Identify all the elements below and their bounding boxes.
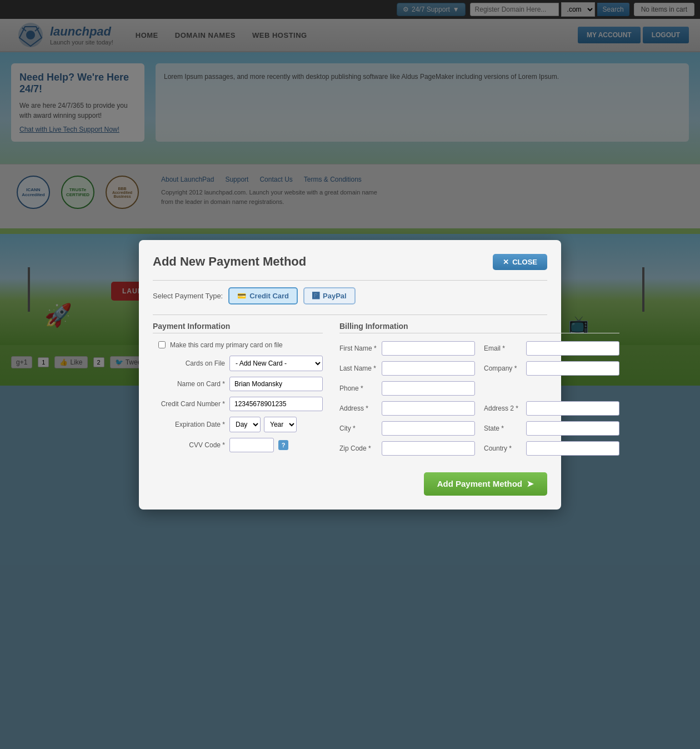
phone-label: Phone *	[339, 385, 378, 392]
arrow-right-icon: ➤	[527, 479, 534, 489]
cvv-row: CVV Code * ?	[153, 438, 323, 452]
country-label: Country *	[484, 445, 523, 452]
primary-card-label: Make this card my primary card on file	[170, 341, 283, 349]
cards-on-file-label: Cards on File	[153, 359, 225, 367]
email-group: Email *	[484, 341, 619, 356]
expiration-year-select[interactable]: Year	[264, 417, 297, 432]
zip-country-row: Zip Code * Country *	[339, 441, 619, 456]
payment-info-title: Payment Information	[153, 322, 323, 333]
city-state-row: City * State *	[339, 421, 619, 436]
paypal-icon: 🅿	[312, 292, 319, 300]
divider-2	[153, 314, 547, 315]
expiration-selects: Day Year	[229, 417, 297, 432]
state-group: State *	[484, 421, 619, 436]
state-label: State *	[484, 425, 523, 432]
address-label: Address *	[339, 405, 378, 412]
last-name-group: Last Name *	[339, 361, 475, 376]
zip-group: Zip Code *	[339, 441, 475, 456]
submit-row: Add Payment Method ➤	[153, 472, 547, 496]
cc-number-row: Credit Card Number *	[153, 397, 323, 411]
divider-1	[153, 280, 547, 281]
last-name-input[interactable]	[382, 361, 475, 376]
name-on-card-input[interactable]	[229, 377, 323, 391]
last-name-company-row: Last Name * Company *	[339, 361, 619, 376]
state-input[interactable]	[526, 421, 619, 436]
address2-group: Address 2 *	[484, 401, 619, 416]
payment-modal: Add New Payment Method ✕ CLOSE Select Pa…	[139, 240, 561, 510]
close-button[interactable]: ✕ CLOSE	[493, 254, 547, 270]
submit-label: Add Payment Method	[437, 479, 522, 488]
cards-on-file-row: Cards on File - Add New Card -	[153, 356, 323, 371]
credit-card-tab[interactable]: 💳 Credit Card	[228, 287, 298, 304]
phone-group: Phone *	[339, 381, 475, 396]
name-on-card-row: Name on Card *	[153, 377, 323, 391]
close-x-icon: ✕	[503, 258, 509, 266]
expiration-label: Expiration Date *	[153, 421, 225, 428]
cvv-help-icon[interactable]: ?	[278, 440, 288, 450]
modal-title: Add New Payment Method	[153, 254, 306, 269]
address-input[interactable]	[382, 401, 475, 416]
country-input[interactable]	[526, 441, 619, 456]
email-label: Email *	[484, 344, 523, 352]
company-input[interactable]	[526, 361, 619, 376]
payment-type-label: Select Payment Type:	[153, 292, 223, 300]
close-label: CLOSE	[512, 258, 537, 266]
phone-input[interactable]	[382, 381, 475, 396]
name-on-card-label: Name on Card *	[153, 380, 225, 388]
cards-on-file-select[interactable]: - Add New Card -	[229, 356, 323, 371]
address2-label: Address 2 *	[484, 405, 523, 412]
company-label: Company *	[484, 364, 523, 372]
cc-number-input[interactable]	[229, 397, 323, 411]
first-name-label: First Name *	[339, 344, 378, 352]
modal-header: Add New Payment Method ✕ CLOSE	[153, 254, 547, 270]
expiration-row: Expiration Date * Day Year	[153, 417, 323, 432]
primary-card-row: Make this card my primary card on file	[158, 341, 323, 349]
paypal-tab-label: PayPal	[323, 292, 347, 300]
phone-empty	[484, 381, 619, 396]
address-row: Address * Address 2 *	[339, 401, 619, 416]
payment-type-row: Select Payment Type: 💳 Credit Card 🅿 Pay…	[153, 287, 547, 304]
first-name-input[interactable]	[382, 341, 475, 356]
city-group: City *	[339, 421, 475, 436]
add-payment-method-button[interactable]: Add Payment Method ➤	[424, 472, 547, 496]
form-columns: Payment Information Make this card my pr…	[153, 322, 547, 461]
paypal-tab[interactable]: 🅿 PayPal	[303, 287, 356, 304]
expiration-day-select[interactable]: Day	[229, 417, 261, 432]
phone-row: Phone *	[339, 381, 619, 396]
last-name-label: Last Name *	[339, 364, 378, 372]
billing-info-title: Billing Information	[339, 322, 619, 333]
first-name-email-row: First Name * Email *	[339, 341, 619, 356]
address-group: Address *	[339, 401, 475, 416]
country-group: Country *	[484, 441, 619, 456]
cvv-label: CVV Code *	[153, 441, 225, 449]
city-input[interactable]	[382, 421, 475, 436]
company-group: Company *	[484, 361, 619, 376]
email-input[interactable]	[526, 341, 619, 356]
zip-input[interactable]	[382, 441, 475, 456]
credit-card-icon: 💳	[237, 292, 246, 300]
first-name-group: First Name *	[339, 341, 475, 356]
modal-overlay: Add New Payment Method ✕ CLOSE Select Pa…	[0, 0, 700, 749]
payment-info-col: Payment Information Make this card my pr…	[153, 322, 323, 461]
zip-label: Zip Code *	[339, 445, 378, 452]
cc-number-label: Credit Card Number *	[153, 400, 225, 408]
billing-info-col: Billing Information First Name * Email *	[339, 322, 619, 461]
city-label: City *	[339, 425, 378, 432]
address2-input[interactable]	[526, 401, 619, 416]
primary-card-checkbox[interactable]	[158, 341, 166, 348]
credit-tab-label: Credit Card	[249, 292, 289, 300]
cvv-input[interactable]	[229, 438, 274, 452]
